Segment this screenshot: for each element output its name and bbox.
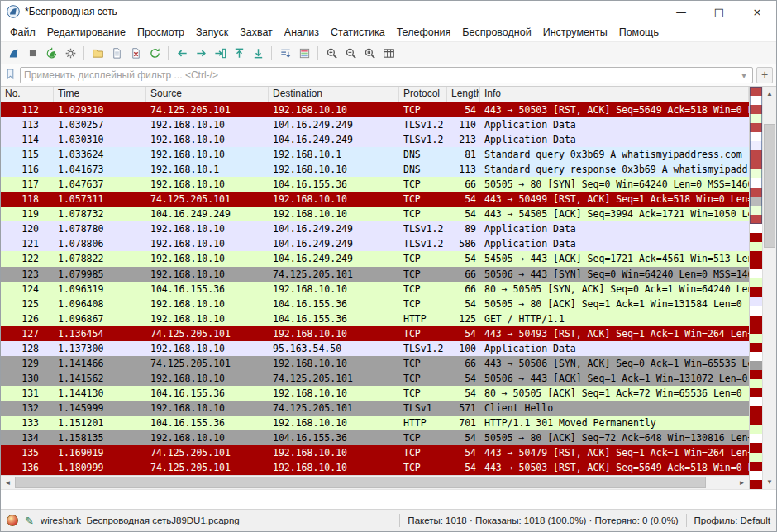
- filter-bar: ▾ +: [1, 64, 776, 87]
- zoom-in-button[interactable]: [322, 44, 341, 62]
- column-header-info[interactable]: Info: [480, 87, 749, 102]
- menu-item[interactable]: Статистика: [325, 24, 391, 40]
- cell-time: 1.078780: [54, 223, 146, 235]
- minimap-stripe: [750, 453, 762, 462]
- packet-row[interactable]: 1331.151201104.16.155.36192.168.10.10HTT…: [1, 416, 749, 430]
- scroll-down-icon[interactable]: ▼: [763, 475, 776, 489]
- open-file-button[interactable]: [88, 44, 107, 62]
- horizontal-scroll-thumb[interactable]: [15, 477, 706, 488]
- packet-row[interactable]: 1121.02931074.125.205.101192.168.10.10TC…: [1, 102, 749, 117]
- cell-destination: 104.16.155.36: [269, 313, 399, 325]
- packet-row[interactable]: 1361.18099974.125.205.101192.168.10.10TC…: [1, 460, 749, 475]
- cell-protocol: TCP: [399, 283, 447, 295]
- go-to-bottom-button[interactable]: [249, 44, 267, 62]
- packet-row[interactable]: 1271.13645474.125.205.101192.168.10.10TC…: [1, 326, 749, 341]
- add-filter-button[interactable]: +: [756, 67, 773, 83]
- packet-row[interactable]: 1131.030257192.168.10.10104.16.249.249TL…: [1, 117, 749, 132]
- menu-item[interactable]: Захват: [234, 24, 279, 40]
- packet-row[interactable]: 1341.158135192.168.10.10104.16.155.36TCP…: [1, 430, 749, 445]
- packet-row[interactable]: 1201.078780192.168.10.10104.16.249.249TL…: [1, 221, 749, 236]
- packet-row[interactable]: 1281.137300192.168.10.1095.163.54.50TLSv…: [1, 341, 749, 356]
- menu-item[interactable]: Помощь: [613, 24, 665, 40]
- menu-item[interactable]: Анализ: [279, 24, 325, 40]
- packet-row[interactable]: 1221.078822192.168.10.10104.16.249.249TC…: [1, 251, 749, 266]
- filter-bookmark-icon[interactable]: [4, 68, 17, 83]
- minimap-stripe: [750, 471, 762, 480]
- packet-row[interactable]: 1321.145999192.168.10.1074.125.205.101TL…: [1, 401, 749, 416]
- expert-info-icon[interactable]: [7, 515, 18, 526]
- column-header-time[interactable]: Time: [54, 87, 146, 102]
- packet-row[interactable]: 1261.096867192.168.10.10104.16.155.36HTT…: [1, 311, 749, 326]
- cell-protocol: TCP: [399, 104, 447, 116]
- stop-capture-button[interactable]: [23, 44, 41, 62]
- resize-columns-button[interactable]: [379, 44, 398, 62]
- horizontal-scroll-track[interactable]: [15, 476, 735, 489]
- packet-row[interactable]: 1161.041673192.168.10.1192.168.10.10DNS1…: [1, 162, 749, 177]
- packet-row[interactable]: 1141.030310192.168.10.10104.16.249.249TL…: [1, 132, 749, 147]
- profile-label[interactable]: Профиль: Default: [694, 515, 770, 525]
- cell-source: 74.125.205.101: [146, 193, 269, 205]
- vertical-scroll-thumb[interactable]: [764, 124, 775, 248]
- save-file-button[interactable]: [107, 44, 126, 62]
- horizontal-scrollbar[interactable]: ◄ ►: [1, 475, 749, 489]
- packet-row[interactable]: 1291.14146674.125.205.101192.168.10.10TC…: [1, 356, 749, 371]
- scroll-left-icon[interactable]: ◄: [1, 479, 15, 487]
- reload-file-button[interactable]: [145, 44, 164, 62]
- menu-item[interactable]: Просмотр: [131, 24, 190, 40]
- packet-row[interactable]: 1151.033624192.168.10.10192.168.10.1DNS8…: [1, 147, 749, 162]
- minimap-stripe: [750, 388, 762, 397]
- display-filter-input[interactable]: [22, 69, 737, 82]
- column-header-no[interactable]: No.: [1, 87, 54, 102]
- vertical-scroll-track[interactable]: [763, 101, 776, 475]
- menu-item[interactable]: Беспроводной: [456, 24, 536, 40]
- column-header-protocol[interactable]: Protocol: [399, 87, 447, 102]
- go-to-packet-button[interactable]: [211, 44, 229, 62]
- packet-row[interactable]: 1191.078732104.16.249.249192.168.10.10TC…: [1, 207, 749, 221]
- start-capture-button[interactable]: [4, 44, 22, 62]
- restart-capture-button[interactable]: [42, 44, 60, 62]
- menu-item[interactable]: Инструменты: [537, 24, 613, 40]
- scroll-right-icon[interactable]: ►: [735, 479, 749, 487]
- vertical-scrollbar[interactable]: ▲ ▼: [762, 87, 776, 489]
- zoom-original-button[interactable]: [360, 44, 379, 62]
- minimap-stripe: [750, 434, 762, 443]
- cell-protocol: TCP: [399, 328, 447, 340]
- menu-item[interactable]: Телефония: [391, 24, 457, 40]
- menu-item[interactable]: Редактирование: [41, 24, 131, 40]
- packet-row[interactable]: 1251.096408192.168.10.10104.16.155.36TCP…: [1, 297, 749, 311]
- scrollbar-minimap[interactable]: [749, 87, 762, 489]
- packet-row[interactable]: 1351.16901974.125.205.101192.168.10.10TC…: [1, 445, 749, 460]
- column-header-source[interactable]: Source: [146, 87, 269, 102]
- minimap-view-indicator[interactable]: [750, 87, 762, 224]
- packet-row[interactable]: 1241.096319104.16.155.36192.168.10.10TCP…: [1, 282, 749, 297]
- capture-options-button[interactable]: [61, 44, 79, 62]
- minimap-stripe: [750, 287, 762, 297]
- zoom-out-button[interactable]: [341, 44, 360, 62]
- packet-row[interactable]: 1301.141562192.168.10.1074.125.205.101TC…: [1, 371, 749, 386]
- toolbar-separator: [271, 46, 272, 60]
- capture-comment-icon[interactable]: ✎: [25, 515, 34, 527]
- colorize-button[interactable]: [295, 44, 313, 62]
- filter-history-dropdown-icon[interactable]: ▾: [737, 71, 751, 80]
- minimap-stripe: [750, 224, 762, 233]
- close-button[interactable]: ×: [738, 1, 776, 22]
- cell-info: Application Data: [480, 119, 749, 131]
- menu-item[interactable]: Файл: [4, 24, 41, 40]
- go-to-top-button[interactable]: [230, 44, 248, 62]
- maximize-button[interactable]: □: [700, 1, 738, 22]
- packet-row[interactable]: 1171.047637192.168.10.10104.16.155.36TCP…: [1, 177, 749, 192]
- close-file-button[interactable]: [126, 44, 145, 62]
- auto-scroll-button[interactable]: [276, 44, 294, 62]
- menu-item[interactable]: Запуск: [190, 24, 234, 40]
- column-header-destination[interactable]: Destination: [269, 87, 399, 102]
- packet-row[interactable]: 1181.05731174.125.205.101192.168.10.10TC…: [1, 192, 749, 207]
- go-back-button[interactable]: [173, 44, 191, 62]
- packet-row[interactable]: 1231.079985192.168.10.1074.125.205.101TC…: [1, 267, 749, 282]
- packet-row[interactable]: 1311.144130104.16.155.36192.168.10.10TCP…: [1, 386, 749, 401]
- minimize-button[interactable]: —: [662, 1, 700, 22]
- packet-row[interactable]: 1211.078806192.168.10.10104.16.249.249TL…: [1, 236, 749, 251]
- go-forward-button[interactable]: [192, 44, 210, 62]
- column-header-length[interactable]: Length: [447, 87, 480, 102]
- scroll-up-icon[interactable]: ▲: [763, 87, 776, 101]
- cell-source: 192.168.10.10: [146, 268, 269, 280]
